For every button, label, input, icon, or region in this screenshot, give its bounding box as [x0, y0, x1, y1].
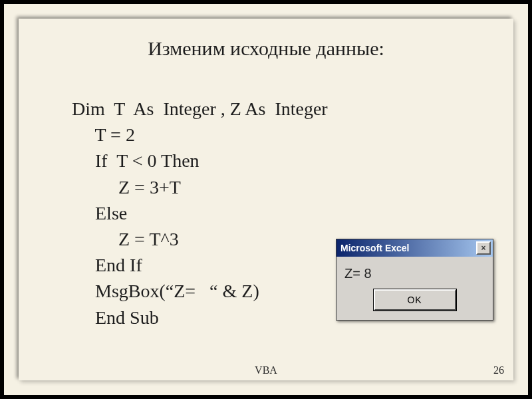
- code-line: Else: [72, 200, 328, 226]
- code-line: End Sub: [72, 305, 328, 331]
- messagebox-window: Microsoft Excel × Z= 8 OK: [336, 239, 493, 321]
- code-line: Dim T As Integer , Z As Integer: [72, 96, 328, 122]
- code-line: MsgBox(“Z= “ & Z): [72, 278, 328, 304]
- slide-frame: Изменим исходные данные: Dim T As Intege…: [0, 0, 532, 399]
- slide-title: Изменим исходные данные:: [19, 37, 513, 60]
- code-line: Z = T^3: [72, 226, 328, 252]
- messagebox-buttons: OK: [336, 284, 493, 320]
- code-line: Z = 3+T: [72, 174, 328, 200]
- footer-label: VBA: [19, 364, 513, 376]
- close-icon[interactable]: ×: [476, 241, 491, 255]
- messagebox-titlebar: Microsoft Excel ×: [336, 239, 493, 257]
- code-line: If T < 0 Then: [72, 148, 328, 174]
- messagebox-body: Z= 8: [336, 257, 493, 284]
- ok-button[interactable]: OK: [374, 289, 456, 311]
- page-number: 26: [493, 364, 504, 376]
- code-block: Dim T As Integer , Z As Integer T = 2 If…: [72, 96, 328, 331]
- messagebox-title: Microsoft Excel: [340, 243, 409, 253]
- code-line: End If: [72, 252, 328, 278]
- slide-inner: Изменим исходные данные: Dim T As Intege…: [19, 19, 513, 380]
- code-line: T = 2: [72, 122, 328, 148]
